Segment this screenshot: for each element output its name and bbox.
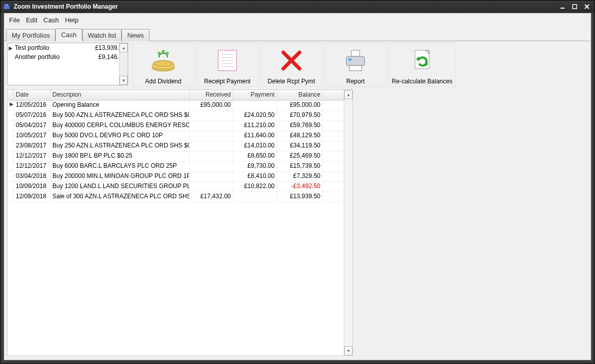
cell-payment: £8,650.00 bbox=[233, 151, 277, 161]
row-marker-icon: ▶ bbox=[8, 45, 14, 51]
maximize-button[interactable] bbox=[569, 3, 580, 11]
table-row[interactable]: 12/09/2018Sale of 300 AZN.L ASTRAZENECA … bbox=[8, 192, 344, 202]
cell-description: Buy 500 AZN.L ASTRAZENECA PLC ORD SHS $0… bbox=[50, 111, 190, 120]
row-marker-icon bbox=[8, 162, 14, 171]
cell-date: 10/09/2018 bbox=[14, 182, 50, 192]
row-marker-icon bbox=[8, 111, 14, 120]
cell-description: Buy 200000 MIN.L MINOAN GROUP PLC ORD 1P bbox=[50, 172, 190, 181]
tab-news[interactable]: News bbox=[122, 29, 150, 41]
grid-main[interactable]: Date Descripion Received Payment Balance… bbox=[7, 89, 344, 356]
report-button[interactable]: Report bbox=[324, 43, 386, 86]
cell-payment: £24,020.50 bbox=[233, 111, 277, 120]
table-row[interactable]: 12/12/2017Buy 6000 BARC.L BARCLAYS PLC O… bbox=[8, 162, 344, 172]
grid-scrollbar[interactable]: ▴ ▾ bbox=[344, 89, 353, 356]
cell-payment bbox=[233, 192, 277, 202]
cell-received bbox=[190, 151, 233, 161]
portfolio-row[interactable]: ▶ Test portfolio £13,939.50 bbox=[8, 43, 128, 52]
cell-received bbox=[190, 131, 233, 141]
scroll-up-icon[interactable]: ▴ bbox=[344, 90, 352, 99]
table-row[interactable]: 10/05/2017Buy 5000 DVO.L DEVRO PLC ORD 1… bbox=[8, 131, 344, 141]
cell-description: Buy 1800 BP.L BP PLC $0.25 bbox=[50, 151, 190, 161]
cell-balance: £95,000.00 bbox=[277, 101, 323, 110]
app-body: File Edit Cash Help My Portfolios Cash W… bbox=[4, 13, 591, 360]
scroll-up-icon[interactable]: ▴ bbox=[120, 43, 128, 52]
window-controls bbox=[557, 3, 592, 11]
menu-cash[interactable]: Cash bbox=[40, 15, 62, 25]
cell-description: Sale of 300 AZN.L ASTRAZENECA PLC ORD SH… bbox=[50, 192, 190, 202]
receipt-icon bbox=[213, 43, 242, 78]
menubar: File Edit Cash Help bbox=[4, 13, 591, 26]
cell-received bbox=[190, 172, 233, 181]
cell-balance: £7,329.50 bbox=[277, 172, 323, 181]
col-date[interactable]: Date bbox=[14, 90, 50, 100]
menu-help[interactable]: Help bbox=[62, 15, 82, 25]
portfolio-name: Test portfolio bbox=[14, 44, 95, 51]
svg-rect-22 bbox=[348, 58, 351, 60]
cell-description: Buy 6000 BARC.L BARCLAYS PLC ORD 25P bbox=[50, 162, 190, 171]
table-row[interactable]: 05/07/2016Buy 500 AZN.L ASTRAZENECA PLC … bbox=[8, 111, 344, 121]
cell-date: 10/05/2017 bbox=[14, 131, 50, 141]
table-row[interactable]: 10/09/2018Buy 1200 LAND.L LAND SECURITIE… bbox=[8, 182, 344, 192]
cell-description: Buy 5000 DVO.L DEVRO PLC ORD 10P bbox=[50, 131, 190, 141]
receipt-payment-button[interactable]: Receipt Payment bbox=[196, 43, 258, 86]
recalc-icon bbox=[408, 43, 436, 78]
col-description[interactable]: Descripion bbox=[50, 90, 190, 100]
top-panel: ▶ Test portfolio £13,939.50 Another port… bbox=[7, 43, 588, 87]
close-button[interactable] bbox=[581, 3, 592, 11]
svg-point-10 bbox=[162, 50, 165, 53]
table-row[interactable]: 05/04/2017Buy 400000 CERP.L COLUMBUS ENE… bbox=[8, 121, 344, 131]
toolbar-label: Delete Rcpt Pymt bbox=[267, 78, 315, 85]
delete-x-icon bbox=[277, 43, 306, 78]
cell-received bbox=[190, 141, 233, 151]
svg-point-11 bbox=[166, 52, 169, 55]
cell-payment: £11,640.00 bbox=[233, 131, 277, 141]
cell-payment: £14,010.00 bbox=[233, 141, 277, 151]
minimize-button[interactable] bbox=[557, 3, 568, 11]
table-row[interactable]: 12/12/2017Buy 1800 BP.L BP PLC $0.25£8,6… bbox=[8, 151, 344, 162]
cell-payment: £10,822.00 bbox=[233, 182, 277, 192]
portfolio-row[interactable]: Another portfolio £9,146.50 bbox=[8, 52, 128, 62]
table-row[interactable]: 03/04/2018Buy 200000 MIN.L MINOAN GROUP … bbox=[8, 172, 344, 182]
svg-rect-23 bbox=[349, 66, 362, 71]
cell-payment bbox=[233, 101, 277, 110]
svg-point-8 bbox=[153, 60, 173, 67]
portfolio-scrollbar[interactable]: ▴ ▾ bbox=[119, 43, 128, 85]
cell-balance: £59,769.50 bbox=[277, 121, 323, 131]
tab-cash[interactable]: Cash bbox=[55, 28, 82, 41]
window-title: Zoom Investment Portfolio Manager bbox=[14, 3, 557, 10]
coins-icon bbox=[149, 43, 177, 78]
toolbar-label: Add Dividend bbox=[145, 78, 181, 85]
cell-balance: £15,739.50 bbox=[277, 162, 323, 171]
tab-watch-list[interactable]: Watch list bbox=[82, 29, 122, 41]
cell-balance: £48,129.50 bbox=[277, 131, 323, 141]
add-dividend-button[interactable]: Add Dividend bbox=[132, 43, 194, 86]
toolbar-label: Receipt Payment bbox=[204, 78, 250, 85]
cell-date: 12/09/2018 bbox=[14, 192, 50, 202]
cell-description: Buy 1200 LAND.L LAND SECURITIES GROUP PL… bbox=[50, 182, 190, 192]
menu-edit[interactable]: Edit bbox=[23, 15, 40, 25]
cell-payment: £8,410.00 bbox=[233, 172, 277, 181]
printer-icon bbox=[341, 43, 370, 78]
cell-date: 05/04/2017 bbox=[14, 121, 50, 131]
table-row[interactable]: 23/08/2017Buy 250 AZN.L ASTRAZENECA PLC … bbox=[8, 141, 344, 151]
col-received[interactable]: Received bbox=[190, 90, 233, 100]
menu-file[interactable]: File bbox=[6, 15, 23, 25]
svg-rect-20 bbox=[351, 50, 360, 56]
scroll-down-icon[interactable]: ▾ bbox=[120, 76, 128, 85]
titlebar: Zoom Investment Portfolio Manager bbox=[1, 1, 594, 13]
recalc-balances-button[interactable]: Re-calculate Balances bbox=[389, 43, 456, 86]
app-icon bbox=[3, 3, 11, 11]
grid-marker-col[interactable] bbox=[8, 90, 14, 100]
portfolio-list[interactable]: ▶ Test portfolio £13,939.50 Another port… bbox=[7, 43, 128, 85]
col-payment[interactable]: Payment bbox=[233, 90, 277, 100]
cell-received bbox=[190, 162, 233, 171]
toolbar-label: Re-calculate Balances bbox=[392, 78, 452, 85]
row-marker-icon bbox=[8, 172, 14, 181]
grid-header: Date Descripion Received Payment Balance bbox=[8, 90, 344, 101]
tabstrip: My Portfolios Cash Watch list News bbox=[4, 26, 591, 41]
tab-my-portfolios[interactable]: My Portfolios bbox=[6, 29, 55, 41]
scroll-down-icon[interactable]: ▾ bbox=[344, 346, 352, 355]
delete-rcpt-pymt-button[interactable]: Delete Rcpt Pymt bbox=[260, 43, 322, 86]
col-balance[interactable]: Balance bbox=[277, 90, 323, 100]
table-row[interactable]: ▶12/05/2016Opening Balance£95,000.00£95,… bbox=[8, 101, 344, 111]
